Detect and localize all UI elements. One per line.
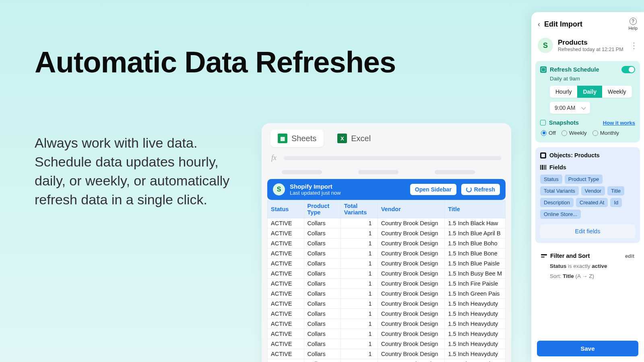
frequency-segment: Hourly Daily Weekly xyxy=(550,86,632,98)
table-row[interactable]: ACTIVECollars1Country Brook Design1.5 In… xyxy=(268,309,506,319)
formula-input-placeholder xyxy=(284,156,502,160)
marketing-headline: Automatic Data Refreshes xyxy=(35,45,396,79)
table-row[interactable]: ACTIVECollars1Country Brook Design1.5 In… xyxy=(268,218,506,228)
objects-label: Objects: Products xyxy=(549,152,600,158)
import-banner: S Shopify Import Last updated just now O… xyxy=(267,179,506,200)
table-row[interactable]: ACTIVECollars1Country Brook Design1.5 In… xyxy=(268,299,506,309)
schedule-toggle[interactable] xyxy=(621,66,635,73)
table-row[interactable]: ACTIVECollars1Country Brook Design1.5 In… xyxy=(268,339,506,349)
table-row[interactable]: ACTIVECollars1Country Brook Design1.5 In… xyxy=(268,228,506,239)
how-it-works-link[interactable]: How it works xyxy=(603,120,635,126)
tab-sheets-label: Sheets xyxy=(291,134,316,143)
banner-subtitle: Last updated just now xyxy=(290,190,341,196)
field-chip[interactable]: Title xyxy=(607,186,624,195)
source-subtitle: Refreshed today at 12:21 PM xyxy=(558,47,625,52)
tab-sheets[interactable]: ▦ Sheets xyxy=(270,130,324,147)
table-row[interactable]: ACTIVECollars1Country Brook Design1.5 In… xyxy=(268,319,506,329)
col-product-type[interactable]: Product Type xyxy=(304,200,341,218)
table-row[interactable]: ACTIVECollars1Country Brook Design1.5 In… xyxy=(268,279,506,289)
freq-weekly[interactable]: Weekly xyxy=(602,86,632,98)
snapshots-label: Snapshots xyxy=(549,119,579,126)
objects-section: Objects: Products Fields StatusProduct T… xyxy=(535,147,640,243)
open-sidebar-button[interactable]: Open Sidebar xyxy=(410,184,456,195)
refresh-icon xyxy=(466,187,472,192)
schedule-icon xyxy=(540,66,547,73)
table-row[interactable]: ACTIVECollars1Country Brook Design1.5 In… xyxy=(268,249,506,259)
field-chip[interactable]: Total Variants xyxy=(540,186,579,195)
table-row[interactable]: ACTIVECollars1Country Brook Design1.5 In… xyxy=(268,269,506,279)
refresh-button[interactable]: Refresh xyxy=(461,184,500,195)
formula-bar[interactable]: fx xyxy=(262,151,511,168)
freq-hourly[interactable]: Hourly xyxy=(550,86,577,98)
table-row[interactable]: ACTIVECollars1Country Brook Design1.5 In… xyxy=(268,259,506,269)
schedule-summary: Daily at 9am xyxy=(550,76,635,82)
snapshot-off[interactable]: Off xyxy=(541,130,556,136)
field-chip[interactable]: Product Type xyxy=(565,175,603,184)
spreadsheet-card: ▦ Sheets X Excel fx S Shopify Import Las… xyxy=(262,123,511,362)
field-chip[interactable]: Created At xyxy=(576,198,608,207)
banner-title: Shopify Import xyxy=(290,183,341,190)
sort-rule: Sort: Title (A → Z) xyxy=(550,273,634,279)
table-row[interactable]: ACTIVECollars1Country Brook Design1.5 In… xyxy=(268,289,506,299)
col-status[interactable]: Status xyxy=(268,200,304,218)
fields-label: Fields xyxy=(549,164,566,171)
fx-icon: fx xyxy=(271,154,277,162)
filter-rule: Status is exactly active xyxy=(550,263,634,269)
fields-icon xyxy=(540,165,546,170)
table-row[interactable]: ACTIVECollars1Country Brook Design1.5 In… xyxy=(268,239,506,249)
source-name: Products xyxy=(558,39,625,47)
col-title[interactable]: Title xyxy=(445,200,506,218)
marketing-subtext: Always work with live data. Schedule dat… xyxy=(35,134,236,209)
field-chip[interactable]: Online Store... xyxy=(540,210,581,219)
tab-excel[interactable]: X Excel xyxy=(330,130,378,147)
source-menu-icon[interactable]: ⋮ xyxy=(630,41,638,50)
excel-icon: X xyxy=(337,134,347,143)
filter-section: Filter and Sort edit Status is exactly a… xyxy=(535,248,640,284)
schedule-section: Refresh Schedule Daily at 9am Hourly Dai… xyxy=(535,61,640,142)
time-select[interactable]: 9:00 AM xyxy=(550,102,590,114)
field-chip[interactable]: Description xyxy=(540,198,574,207)
tab-excel-label: Excel xyxy=(351,134,371,143)
objects-icon xyxy=(540,152,546,158)
help-icon: ? xyxy=(630,18,637,25)
source-badge-icon: S xyxy=(538,38,553,53)
snapshots-icon xyxy=(540,120,546,125)
field-chip[interactable]: Id xyxy=(610,198,622,207)
chevron-down-icon xyxy=(581,105,586,109)
edit-import-panel: ‹ Edit Import ?Help S Products Refreshed… xyxy=(531,12,644,362)
table-row[interactable]: ACTIVECollars1Country Brook Design1.5 In… xyxy=(268,349,506,359)
panel-title: Edit Import xyxy=(544,20,624,29)
field-chip[interactable]: Status xyxy=(540,175,562,184)
column-placeholders xyxy=(262,168,511,179)
help-button[interactable]: ?Help xyxy=(628,18,638,31)
edit-fields-button[interactable]: Edit fields xyxy=(540,224,635,238)
field-chip[interactable]: Vendor xyxy=(581,186,605,195)
filter-label: Filter and Sort xyxy=(550,253,590,259)
filter-icon xyxy=(541,254,547,257)
freq-daily[interactable]: Daily xyxy=(577,86,602,98)
sheets-icon: ▦ xyxy=(278,134,287,143)
shopify-badge-icon: S xyxy=(273,183,285,195)
data-grid[interactable]: StatusProduct TypeTotal VariantsVendorTi… xyxy=(267,200,506,362)
filter-edit-link[interactable]: edit xyxy=(625,253,634,259)
save-button[interactable]: Save xyxy=(537,341,638,356)
snapshot-monthly[interactable]: Monthly xyxy=(592,130,619,136)
table-row[interactable]: ACTIVECollars1Country Brook Design1.5 In… xyxy=(268,329,506,339)
schedule-label: Refresh Schedule xyxy=(550,66,599,73)
table-row[interactable]: ACTIVECollars1Country Brook Design1.5 In… xyxy=(268,359,506,362)
col-total-variants[interactable]: Total Variants xyxy=(341,200,378,218)
back-icon[interactable]: ‹ xyxy=(538,20,540,29)
snapshot-weekly[interactable]: Weekly xyxy=(561,130,587,136)
col-vendor[interactable]: Vendor xyxy=(378,200,445,218)
